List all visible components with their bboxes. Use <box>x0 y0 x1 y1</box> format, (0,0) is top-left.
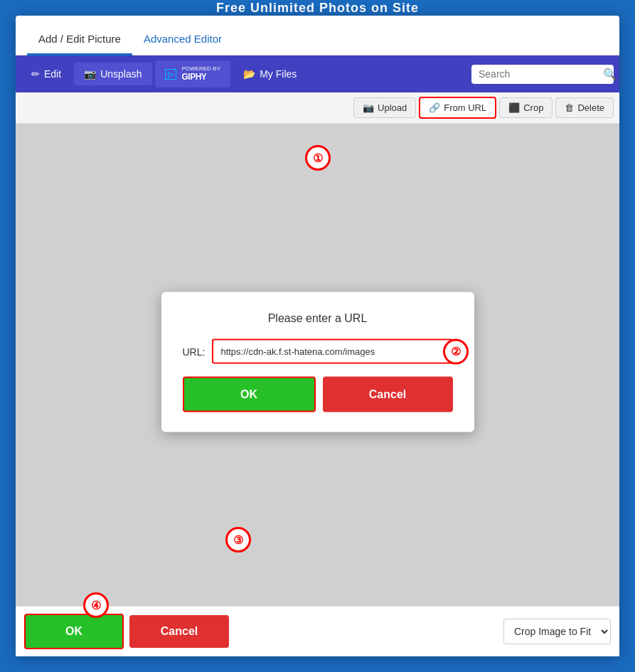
tab-advanced-label: Advanced Editor <box>144 33 222 45</box>
giphy-button[interactable]: ▷ POWERED BY GIPHY <box>155 60 231 87</box>
crop-select-wrapper: Crop Image to Fit <box>503 619 611 644</box>
myfiles-label: My Files <box>260 68 297 80</box>
dialog-cancel-button[interactable]: Cancel <box>323 377 453 412</box>
modal-window: Add / Edit Picture Advanced Editor ✏ Edi… <box>16 16 619 656</box>
url-input[interactable] <box>213 341 451 363</box>
tab-header: Add / Edit Picture Advanced Editor <box>16 16 619 55</box>
step-4-indicator: ④ <box>83 592 109 618</box>
trash-icon: 🗑 <box>565 102 574 113</box>
main-content-area: ① Please enter a URL URL: ② <box>16 124 619 606</box>
from-url-label: From URL <box>444 102 486 113</box>
image-toolbar: ✏ Edit 📷 Unsplash ▷ POWERED BY GIPHY 📂 M… <box>16 55 619 92</box>
sub-toolbar: 📷 Upload 🔗 From URL ⬛ Crop 🗑 Delete <box>16 92 619 124</box>
main-ok-button[interactable]: OK <box>24 614 124 649</box>
url-label: URL: <box>183 346 206 357</box>
step-2-indicator: ② <box>443 338 469 364</box>
upload-icon: 📷 <box>363 102 374 113</box>
url-input-wrapper <box>212 339 452 364</box>
delete-button[interactable]: 🗑 Delete <box>555 97 614 118</box>
folder-icon: 📂 <box>243 68 255 80</box>
link-icon: 🔗 <box>429 102 440 113</box>
dialog-ok-button[interactable]: OK <box>183 377 316 412</box>
upload-label: Upload <box>378 102 407 113</box>
top-banner: Free Unlimited Photos on Site <box>0 0 635 16</box>
upload-button[interactable]: 📷 Upload <box>353 97 416 118</box>
edit-label: Edit <box>44 68 61 80</box>
search-box: 🔍 <box>471 65 614 84</box>
main-cancel-button[interactable]: Cancel <box>129 615 229 648</box>
giphy-logo-text: GIPHY <box>182 72 207 82</box>
crop-label: Crop <box>523 102 543 113</box>
tab-advanced[interactable]: Advanced Editor <box>132 24 233 55</box>
url-dialog: Please enter a URL URL: ② OK <box>161 292 474 432</box>
delete-label: Delete <box>577 102 604 113</box>
dialog-buttons: OK Cancel <box>183 377 453 412</box>
from-url-button[interactable]: 🔗 From URL <box>419 97 496 119</box>
myfiles-button[interactable]: 📂 My Files <box>233 63 306 85</box>
search-icon: 🔍 <box>603 68 617 81</box>
camera-icon: 📷 <box>84 68 96 80</box>
crop-icon: ⬛ <box>508 102 520 113</box>
search-input[interactable] <box>479 68 603 80</box>
tab-add-edit[interactable]: Add / Edit Picture <box>27 24 132 55</box>
unsplash-button[interactable]: 📷 Unsplash <box>74 63 151 85</box>
bottom-bar: ④ OK Cancel Crop Image to Fit <box>16 606 619 656</box>
unsplash-label: Unsplash <box>100 68 142 80</box>
dialog-title: Please enter a URL <box>183 312 453 325</box>
step-1-indicator: ① <box>305 145 331 171</box>
pencil-icon: ✏ <box>31 68 40 80</box>
giphy-logo-icon: ▷ <box>165 69 176 80</box>
crop-button[interactable]: ⬛ Crop <box>499 97 553 118</box>
edit-button[interactable]: ✏ Edit <box>21 63 71 85</box>
crop-image-select[interactable]: Crop Image to Fit <box>503 619 611 644</box>
tab-add-edit-label: Add / Edit Picture <box>38 33 121 45</box>
step-3-indicator: ③ <box>225 527 251 553</box>
giphy-powered-text: POWERED BY <box>182 66 221 72</box>
banner-text: Free Unlimited Photos on Site <box>216 1 419 16</box>
